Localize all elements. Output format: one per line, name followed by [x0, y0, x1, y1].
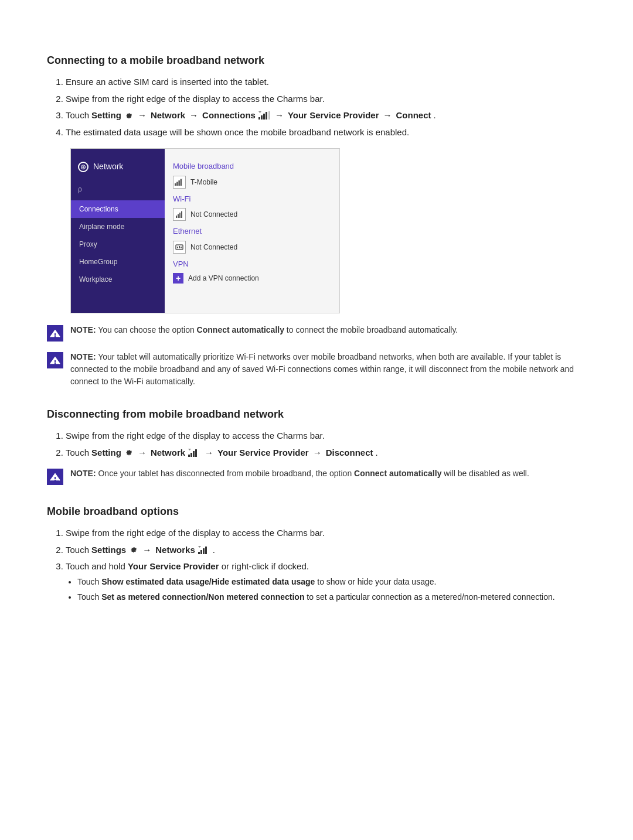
network-content: Mobile broadband T-Mobile Wi-Fi — [165, 149, 339, 313]
gear-icon-2 — [124, 448, 133, 457]
connecting-step-1: Ensure an active SIM card is inserted in… — [66, 76, 586, 89]
wifi-label: Wi-Fi — [173, 193, 331, 205]
vpn-add-icon: + — [173, 273, 183, 284]
svg-rect-18 — [181, 247, 182, 248]
ethernet-item: Not Connected — [173, 241, 331, 254]
ethernet-icon — [173, 241, 186, 254]
section-title-disconnecting: Disconnecting from mobile broadband netw… — [47, 407, 586, 422]
vpn-add-label: Add a VPN connection — [188, 273, 259, 284]
note-disconnecting: NOTE: Once your tablet has disconnected … — [47, 466, 586, 486]
options-step-1: Swipe from the right edge of the display… — [66, 527, 586, 540]
sidebar-item-homegroup[interactable]: HomeGroup — [71, 253, 165, 271]
svg-point-32 — [55, 480, 56, 481]
sidebar-item-connections[interactable]: Connections — [71, 200, 165, 218]
step-3-line: Touch Setting → Network → Connections — [66, 109, 586, 122]
network-panel-title: Network — [93, 161, 123, 173]
tmobile-item: T-Mobile — [173, 176, 331, 189]
disconnecting-step-2: Touch Setting → Network — [66, 446, 586, 460]
svg-rect-17 — [179, 246, 180, 248]
svg-rect-2 — [263, 114, 265, 119]
svg-point-21 — [55, 336, 56, 337]
svg-rect-1 — [261, 115, 263, 119]
svg-rect-35 — [203, 548, 205, 554]
connecting-step-4: The estimated data usage will be shown o… — [66, 126, 586, 139]
note-1-connecting: NOTE: You can choose the option Connect … — [47, 323, 586, 343]
svg-rect-13 — [179, 213, 181, 218]
signal-bars-icon-3 — [198, 546, 210, 554]
note-icon-3 — [47, 469, 63, 485]
network-panel-screenshot: ⊕ Network ρ Connections Airplane mode Pr… — [70, 148, 340, 313]
svg-rect-33 — [198, 552, 200, 554]
disconnecting-step-2-line: Touch Setting → Network — [66, 446, 586, 460]
note-text-1: NOTE: You can choose the option Connect … — [70, 324, 458, 336]
vpn-item: + Add a VPN connection — [173, 273, 331, 284]
options-step-3: Touch and hold Your Service Provider or … — [66, 560, 586, 603]
tmobile-label: T-Mobile — [190, 177, 217, 187]
mobile-broadband-label: Mobile broadband — [173, 161, 331, 172]
svg-marker-29 — [188, 449, 191, 450]
signal-bars-icon — [258, 111, 270, 119]
sub-item-1: Touch Show estimated data usage/Hide est… — [77, 576, 586, 588]
svg-marker-5 — [258, 111, 261, 113]
note-icon-2 — [47, 352, 63, 368]
svg-rect-28 — [195, 449, 197, 457]
tmobile-icon — [173, 176, 186, 189]
sidebar-item-workplace[interactable]: Workplace — [71, 271, 165, 288]
sidebar-item-airplane[interactable]: Airplane mode — [71, 218, 165, 235]
disconnecting-steps-list: Swipe from the right edge of the display… — [66, 429, 586, 459]
options-steps-list: Swipe from the right edge of the display… — [66, 527, 586, 603]
connecting-step-2: Swipe from the right edge of the display… — [66, 93, 586, 106]
svg-rect-34 — [200, 550, 202, 554]
note-icon-1 — [47, 325, 63, 342]
disconnecting-step-1: Swipe from the right edge of the display… — [66, 429, 586, 443]
svg-rect-16 — [177, 247, 178, 248]
svg-rect-36 — [205, 547, 207, 554]
svg-rect-25 — [188, 455, 190, 457]
signal-bars-icon-2 — [188, 449, 200, 457]
gear-icon-3 — [129, 545, 138, 554]
back-icon: ⊕ — [78, 162, 89, 172]
search-area: ρ — [71, 180, 165, 200]
note-2-connecting: NOTE: Your tablet will automatically pri… — [47, 350, 586, 389]
svg-marker-10 — [182, 179, 183, 179]
svg-marker-37 — [198, 546, 201, 548]
connecting-step-3: Touch Setting → Network → Connections — [66, 109, 586, 122]
wifi-icon — [173, 208, 186, 221]
svg-rect-8 — [178, 180, 180, 186]
section-title-connecting: Connecting to a mobile broadband network — [47, 53, 586, 69]
wifi-status: Not Connected — [190, 209, 237, 220]
svg-point-24 — [55, 363, 56, 364]
svg-rect-14 — [181, 211, 182, 218]
ethernet-status: Not Connected — [190, 242, 237, 252]
svg-rect-3 — [266, 112, 267, 119]
gear-icon — [124, 111, 133, 120]
note-text-3: NOTE: Once your tablet has disconnected … — [70, 467, 529, 480]
network-sidebar-header: ⊕ Network — [71, 156, 165, 180]
svg-rect-0 — [258, 117, 260, 119]
note-text-2: NOTE: Your tablet will automatically pri… — [70, 351, 586, 388]
svg-rect-6 — [175, 183, 176, 186]
options-step-2: Touch Settings → Networks — [66, 544, 586, 557]
options-step-2-line: Touch Settings → Networks — [66, 544, 586, 557]
svg-rect-7 — [176, 182, 178, 186]
svg-rect-27 — [193, 451, 195, 457]
wifi-item: Not Connected — [173, 208, 331, 221]
connecting-steps-list: Ensure an active SIM card is inserted in… — [66, 76, 586, 139]
svg-rect-26 — [190, 453, 192, 457]
svg-marker-4 — [268, 111, 270, 119]
svg-rect-9 — [181, 179, 182, 186]
sidebar-item-proxy[interactable]: Proxy — [71, 235, 165, 253]
svg-rect-11 — [176, 216, 177, 218]
ethernet-label: Ethernet — [173, 226, 331, 237]
section-title-options: Mobile broadband options — [47, 504, 586, 520]
sub-list: Touch Show estimated data usage/Hide est… — [77, 576, 586, 603]
vpn-label: VPN — [173, 258, 331, 270]
network-sidebar: ⊕ Network ρ Connections Airplane mode Pr… — [71, 149, 165, 313]
svg-rect-12 — [178, 214, 179, 218]
sub-item-2: Touch Set as metered connection/Non mete… — [77, 591, 586, 603]
